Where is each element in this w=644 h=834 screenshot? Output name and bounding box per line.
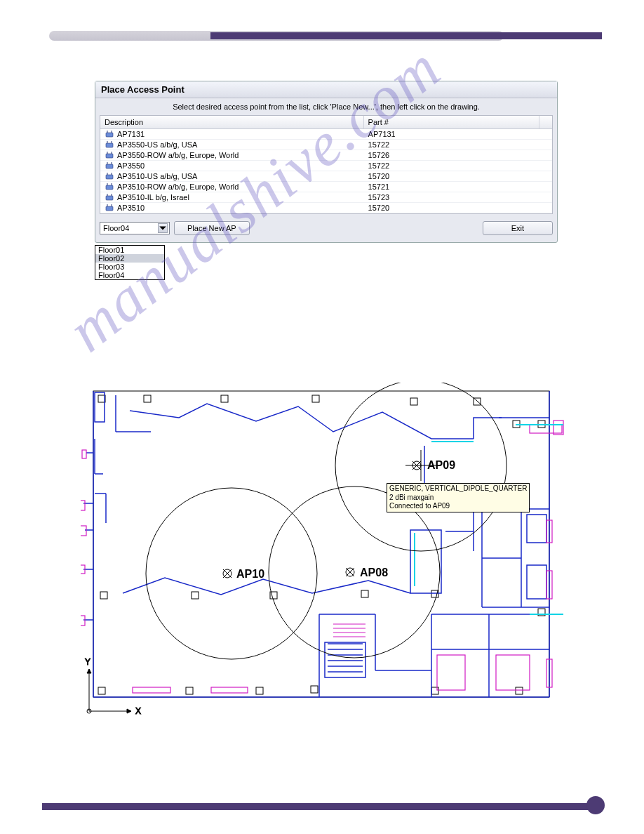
footer-rule [42, 803, 588, 810]
svg-rect-39 [186, 687, 193, 694]
axis-x-label: X [135, 706, 141, 716]
col-part[interactable]: Part # [364, 116, 539, 128]
cell-description: AP3510-ROW a/b/g, Europe, World [100, 182, 364, 192]
col-scroll-gutter [539, 116, 552, 128]
svg-rect-92 [81, 616, 85, 626]
cell-description: AP3550 [100, 161, 364, 171]
ap09-label: AP09 [427, 459, 455, 471]
svg-rect-90 [81, 526, 86, 536]
table-row[interactable]: AP3510-IL b/g, Israel15723 [100, 192, 552, 203]
tooltip-line2: 2 dBi maxgain [389, 494, 527, 503]
floor-plan[interactable]: AP09 AP08 AP10 X Y GENERIC, VERTICAL_DIP… [81, 383, 565, 720]
svg-rect-53 [95, 392, 105, 422]
cell-description-text: AP3550 [117, 161, 145, 170]
svg-rect-72 [527, 565, 546, 599]
svg-rect-40 [256, 687, 263, 694]
place-new-ap-button[interactable]: Place New AP [174, 221, 250, 235]
cell-description: AP7131 [100, 129, 364, 139]
svg-rect-29 [410, 398, 417, 405]
table-row[interactable]: AP3550-US a/b/g, USA15722 [100, 140, 552, 150]
cell-part: 15720 [364, 203, 539, 213]
svg-rect-100 [496, 655, 530, 690]
header-rule-right [210, 32, 602, 39]
access-point-icon [105, 173, 114, 180]
table-row[interactable]: AP3510-US a/b/g, USA15720 [100, 171, 552, 182]
cell-part: 15723 [364, 192, 539, 202]
svg-rect-99 [437, 655, 465, 690]
access-point-icon [105, 204, 114, 211]
svg-marker-128 [87, 669, 91, 673]
tooltip-line3: Connected to AP09 [389, 502, 527, 511]
cell-part: 15721 [364, 182, 539, 192]
floor-select[interactable]: Floor04 [100, 222, 170, 234]
svg-rect-21 [106, 206, 113, 211]
table-row[interactable]: AP3510-ROW a/b/g, Europe, World15721 [100, 182, 552, 192]
floor-select-dropdown[interactable]: Floor01Floor02Floor03Floor04 [95, 245, 165, 280]
floor-option[interactable]: Floor03 [95, 263, 164, 271]
table-header: Description Part # [100, 116, 552, 129]
svg-rect-15 [106, 185, 113, 190]
floor-option[interactable]: Floor02 [95, 254, 164, 263]
access-point-icon [105, 194, 114, 201]
cell-description-text: AP3510 [117, 204, 145, 212]
cell-description: AP3550-US a/b/g, USA [100, 140, 364, 150]
table-row[interactable]: AP351015720 [100, 203, 552, 213]
svg-rect-28 [312, 395, 319, 402]
cell-part: 15722 [364, 140, 539, 150]
cell-part: AP7131 [364, 129, 539, 139]
svg-rect-33 [100, 592, 107, 599]
cell-description-text: AP3550-ROW a/b/g, Europe, World [117, 151, 239, 159]
svg-rect-43 [516, 687, 523, 694]
cell-description-text: AP3510-IL b/g, Israel [117, 193, 189, 201]
cell-description-text: AP3510-US a/b/g, USA [117, 172, 197, 180]
dialog-title: Place Access Point [95, 81, 557, 98]
svg-rect-6 [106, 154, 113, 158]
footer-dot [586, 796, 605, 814]
cell-description: AP3510-US a/b/g, USA [100, 171, 364, 181]
svg-marker-126 [127, 709, 131, 713]
cell-description-text: AP3510-ROW a/b/g, Europe, World [117, 183, 239, 191]
svg-rect-88 [82, 450, 86, 458]
cell-description: AP3510-IL b/g, Israel [100, 192, 364, 202]
ap10-label: AP10 [236, 568, 264, 580]
col-description[interactable]: Description [100, 116, 364, 128]
svg-rect-36 [361, 590, 368, 597]
ap-tooltip: GENERIC, VERTICAL_DIPOLE_QUARTER 2 dBi m… [387, 483, 530, 512]
axis-y-label: Y [85, 657, 90, 667]
place-access-point-dialog: Place Access Point Select desired access… [95, 81, 558, 243]
svg-rect-93 [530, 425, 562, 433]
svg-rect-9 [106, 164, 113, 168]
access-point-icon [105, 183, 114, 190]
svg-rect-71 [527, 515, 546, 543]
access-point-icon [105, 131, 114, 138]
dialog-hint: Select desired access point from the lis… [95, 98, 557, 114]
access-point-icon [105, 162, 114, 169]
svg-rect-18 [106, 196, 113, 200]
svg-rect-3 [106, 143, 113, 147]
floor-option[interactable]: Floor01 [95, 246, 164, 254]
floor-option[interactable]: Floor04 [95, 271, 164, 279]
table-row[interactable]: AP7131AP7131 [100, 129, 552, 140]
cell-description: AP3550-ROW a/b/g, Europe, World [100, 150, 364, 160]
ap08-label: AP08 [360, 567, 388, 578]
svg-rect-27 [221, 395, 228, 402]
exit-button[interactable]: Exit [483, 221, 553, 235]
access-point-icon [105, 141, 114, 148]
svg-rect-89 [81, 501, 85, 510]
svg-rect-38 [98, 687, 105, 694]
ap-table: Description Part # AP7131AP7131AP3550-US… [100, 115, 553, 214]
cell-part: 15722 [364, 161, 539, 171]
svg-rect-105 [211, 687, 248, 693]
table-row[interactable]: AP3550-ROW a/b/g, Europe, World15726 [100, 150, 552, 161]
cell-part: 15720 [364, 171, 539, 181]
cell-description: AP3510 [100, 203, 364, 213]
cell-description-text: AP7131 [117, 130, 145, 138]
svg-rect-0 [106, 133, 113, 137]
cell-description-text: AP3550-US a/b/g, USA [117, 140, 197, 149]
table-row[interactable]: AP355015722 [100, 161, 552, 171]
access-point-icon [105, 152, 114, 159]
cell-part: 15726 [364, 150, 539, 160]
svg-rect-41 [311, 686, 318, 693]
floor-select-value: Floor04 [103, 224, 129, 232]
svg-rect-26 [144, 395, 151, 402]
